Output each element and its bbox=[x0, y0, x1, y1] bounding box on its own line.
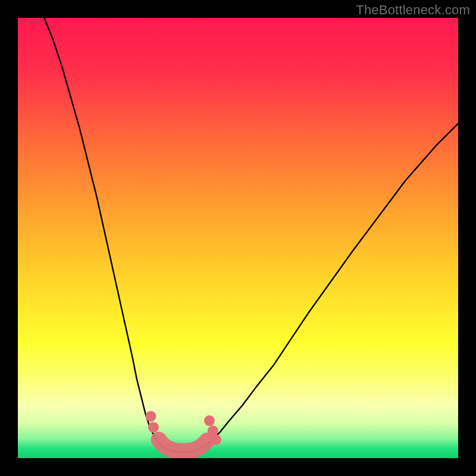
chart-frame: TheBottleneck.com bbox=[0, 0, 476, 476]
curve-marker bbox=[204, 415, 215, 426]
curve-marker bbox=[211, 434, 221, 445]
curve-marker bbox=[148, 422, 159, 433]
bottleneck-curve bbox=[44, 18, 458, 452]
valley-band bbox=[159, 440, 207, 451]
watermark-text: TheBottleneck.com bbox=[356, 2, 470, 18]
plot-area bbox=[18, 18, 458, 458]
curve-layer bbox=[18, 18, 458, 458]
curve-marker bbox=[145, 411, 156, 422]
